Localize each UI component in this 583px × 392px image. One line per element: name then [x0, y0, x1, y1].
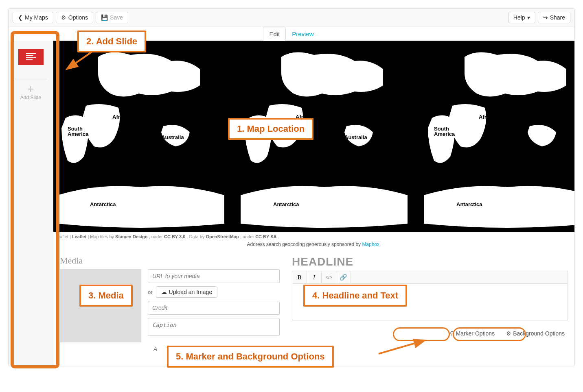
arrow-icon [63, 49, 96, 73]
osm-link[interactable]: OpenStreetMap [206, 234, 239, 239]
annotation-circle-background [453, 327, 526, 341]
label-ant2: Antarctica [273, 201, 299, 207]
share-icon: ↪ [543, 14, 548, 21]
label-ant: Antarctica [90, 201, 116, 207]
label-aus: Australia [161, 134, 184, 140]
annotation-2: 2. Add Slide [77, 30, 146, 52]
label-nam2: NorthAmerica [232, 98, 253, 108]
svg-line-8 [379, 341, 423, 354]
label-sam3: SouthAmerica [434, 126, 455, 137]
chevron-left-icon: ❮ [18, 14, 23, 21]
help-button[interactable]: Help ▾ [508, 12, 535, 23]
annotation-5: 5. Marker and Background Options [167, 346, 334, 368]
label-sam: SouthAmerica [68, 126, 88, 137]
my-maps-button[interactable]: ❮ My Maps [13, 12, 53, 23]
italic-button[interactable]: I [307, 271, 322, 283]
cloud-upload-icon: ☁ [161, 289, 167, 295]
annotation-3: 3. Media [79, 285, 133, 307]
link-icon: 🔗 [340, 274, 347, 281]
upload-image-button[interactable]: ☁ Upload an Image [156, 286, 218, 298]
stamen-link[interactable]: Stamen Design [115, 234, 147, 239]
options-label: Options [68, 14, 88, 21]
annotation-1: 1. Map Location [228, 118, 313, 140]
label-asia: Asia [147, 98, 158, 104]
media-heading: Media [60, 255, 280, 266]
editor-toolbar: B I </> 🔗 [292, 271, 568, 284]
topbar: ❮ My Maps ⚙ Options 💾 Save Help ▾ ↪ Shar… [9, 9, 574, 27]
share-label: Share [550, 14, 565, 21]
share-button[interactable]: ↪ Share [538, 12, 570, 23]
map-attribution: eaflet | Leaflet | Map tiles by Stamen D… [53, 232, 574, 240]
options-button[interactable]: ⚙ Options [56, 12, 93, 23]
headline-heading: HEADLINE [292, 255, 568, 268]
leaflet-link[interactable]: Leaflet [72, 234, 86, 239]
label-europe: Europe [106, 98, 125, 104]
arrow-icon-2 [375, 338, 432, 358]
caption-input[interactable] [148, 318, 280, 336]
credit-input[interactable] [148, 301, 280, 315]
label-aus2: Australia [344, 134, 367, 140]
caret-down-icon: ▾ [527, 14, 530, 21]
label-af3: Africa [479, 114, 494, 120]
label-asia2: Asia [330, 98, 341, 104]
link-button[interactable]: 🔗 [336, 271, 351, 283]
media-url-input[interactable] [148, 269, 280, 283]
label-eu3: Europe [473, 98, 491, 104]
sponsor-line: Address search geocoding generously spon… [53, 240, 574, 251]
help-label: Help [513, 14, 525, 21]
content-column: Europe Asia Africa SouthAmerica Australi… [53, 41, 574, 366]
bold-button[interactable]: B [292, 271, 307, 283]
main-area: + Add Slide [9, 41, 574, 366]
tab-edit[interactable]: Edit [263, 27, 286, 41]
gear-icon: ⚙ [61, 14, 66, 21]
code-button[interactable]: </> [322, 271, 336, 283]
or-label: or [148, 289, 153, 295]
save-label: Save [110, 14, 123, 21]
label-africa: Africa [112, 114, 127, 120]
tab-preview[interactable]: Preview [286, 27, 320, 41]
my-maps-label: My Maps [25, 14, 48, 21]
save-button[interactable]: 💾 Save [96, 12, 128, 23]
upload-label: Upload an Image [169, 289, 213, 295]
label-asia3: Asia [513, 98, 524, 104]
ccby-link[interactable]: CC BY 3.0 [164, 234, 185, 239]
save-icon: 💾 [101, 14, 108, 21]
map-canvas[interactable]: Europe Asia Africa SouthAmerica Australi… [53, 41, 574, 232]
attr-text: eaflet | [57, 234, 72, 239]
annotation-sidebar-highlight [11, 31, 59, 368]
label-nam3: NorthAmerica [416, 98, 436, 108]
mapbox-link[interactable]: Mapbox [362, 242, 379, 247]
annotation-4: 4. Headline and Text [303, 285, 407, 307]
ccbysa-link[interactable]: CC BY SA [255, 234, 276, 239]
svg-line-7 [68, 52, 92, 68]
label-eu2: Europe [289, 98, 308, 104]
label-ant3: Antarctica [456, 201, 482, 207]
